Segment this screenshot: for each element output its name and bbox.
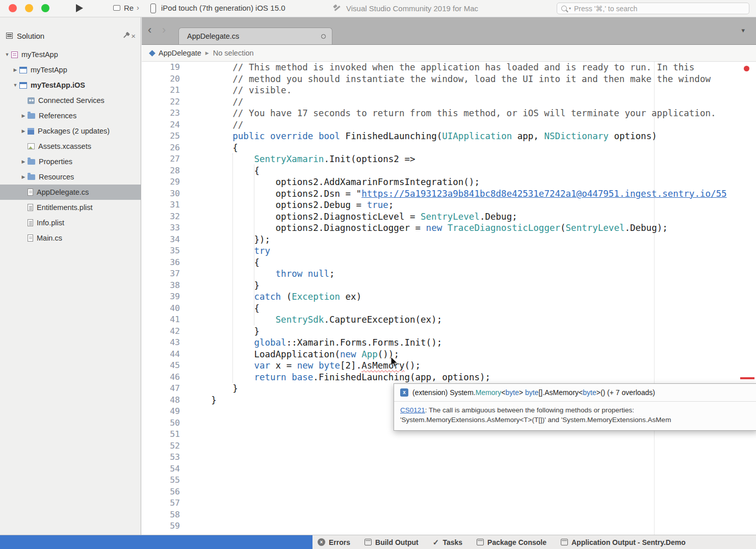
window-close-button[interactable] [9,4,17,12]
code-line-58[interactable]: 58 [142,509,756,521]
code-line-53[interactable]: 53 [142,452,756,463]
code-area[interactable]: 19 // This method is invoked when the ap… [142,62,756,535]
code-line-57[interactable]: 57 [142,498,756,509]
tree-item-properties[interactable]: ▶Properties [0,154,141,169]
line-number[interactable]: 24 [142,119,190,131]
line-number[interactable]: 43 [142,337,190,349]
code-line-44[interactable]: 44 LoadApplication(new App()); [142,349,756,360]
code-line-36[interactable]: 36 { [142,257,756,269]
device-selector[interactable]: iPod touch (7th generation) iOS 15.0 [161,4,285,12]
line-number[interactable]: 30 [142,188,190,200]
error-code-link[interactable]: CS0121 [400,406,425,414]
code-line-19[interactable]: 19 // This method is invoked when the ap… [142,62,756,73]
line-number[interactable]: 38 [142,280,190,292]
line-number[interactable]: 39 [142,291,190,303]
line-number[interactable]: 45 [142,360,190,372]
tree-item-connected-services[interactable]: Connected Services [0,93,141,108]
disclosure-right-icon[interactable]: ▶ [19,159,28,164]
code-line-42[interactable]: 42 } [142,326,756,337]
line-number[interactable]: 26 [142,142,190,154]
line-number[interactable]: 41 [142,314,190,326]
pad-button-errors[interactable]: ×Errors [318,538,350,546]
code-line-59[interactable]: 59 [142,520,756,532]
code-line-37[interactable]: 37 throw null; [142,268,756,280]
tab-modified-indicator[interactable] [321,34,326,39]
line-number[interactable]: 54 [142,463,190,475]
tree-item-info-plist[interactable]: Info.plist [0,215,141,230]
code-line-27[interactable]: 27 SentryXamarin.Init(options2 => [142,153,756,165]
line-number[interactable]: 27 [142,153,190,165]
code-line-25[interactable]: 25 public override bool FinishedLaunchin… [142,130,756,142]
tree-item-assets-xcassets[interactable]: Assets.xcassets [0,139,141,154]
line-number[interactable]: 19 [142,62,190,73]
code-line-56[interactable]: 56 [142,486,756,498]
tree-item-resources[interactable]: ▶Resources [0,169,141,185]
code-line-32[interactable]: 32 options2.DiagnosticLevel = SentryLeve… [142,211,756,223]
line-number[interactable]: 42 [142,326,190,337]
code-line-46[interactable]: 46 return base.FinishedLaunching(app, op… [142,372,756,383]
run-button[interactable] [76,4,83,12]
pad-button-application-output-sentry-demo[interactable]: Application Output - Sentry.Demo [561,538,686,546]
pad-button-package-console[interactable]: Package Console [477,538,546,546]
line-number[interactable]: 55 [142,475,190,486]
code-line-41[interactable]: 41 SentrySdk.CaptureException(ex); [142,314,756,326]
line-number[interactable]: 28 [142,165,190,177]
line-number[interactable]: 40 [142,303,190,315]
line-number[interactable]: 36 [142,257,190,269]
code-line-52[interactable]: 52 [142,440,756,452]
disclosure-right-icon[interactable]: ▶ [11,67,19,72]
code-line-26[interactable]: 26 { [142,142,756,154]
code-line-33[interactable]: 33 options2.DiagnosticLogger = new Trace… [142,222,756,234]
code-line-40[interactable]: 40 { [142,303,756,315]
code-line-38[interactable]: 38 } [142,280,756,292]
tree-item-entitlements-plist[interactable]: Entitlements.plist [0,200,141,215]
tree-item-appdelegate-cs[interactable]: AppDelegate.cs [0,185,141,200]
disclosure-right-icon[interactable]: ▶ [19,128,28,134]
tab-appdelegate[interactable]: AppDelegate.cs [178,28,332,44]
line-number[interactable]: 48 [142,395,190,406]
line-number[interactable]: 53 [142,452,190,463]
line-number[interactable]: 31 [142,199,190,211]
code-line-22[interactable]: 22 // [142,96,756,108]
search-input[interactable] [573,4,745,13]
line-number[interactable]: 22 [142,96,190,108]
code-line-29[interactable]: 29 options2.AddXamarinFormsIntegration()… [142,176,756,188]
line-number[interactable]: 46 [142,372,190,383]
line-number[interactable]: 49 [142,406,190,417]
window-minimize-button[interactable] [25,4,33,12]
line-number[interactable]: 44 [142,349,190,360]
window-zoom-button[interactable] [41,4,49,12]
code-line-31[interactable]: 31 options2.Debug = true; [142,199,756,211]
line-number[interactable]: 52 [142,440,190,452]
line-number[interactable]: 33 [142,222,190,234]
code-line-55[interactable]: 55 [142,475,756,486]
error-marker-line[interactable] [740,377,754,379]
line-number[interactable]: 51 [142,429,190,440]
disclosure-down-icon[interactable]: ▼ [3,52,11,57]
code-line-23[interactable]: 23 // You have 17 seconds to return from… [142,108,756,119]
code-line-20[interactable]: 20 // method you should instantiate the … [142,73,756,85]
code-line-28[interactable]: 28 { [142,165,756,177]
breadcrumb-class[interactable]: AppDelegate [159,49,201,57]
line-number[interactable]: 29 [142,176,190,188]
tree-item-mytestapp[interactable]: ▶myTestApp [0,62,141,77]
line-number[interactable]: 32 [142,211,190,223]
line-number[interactable]: 57 [142,498,190,509]
build-configuration-selector[interactable]: Re [124,4,134,12]
code-line-21[interactable]: 21 // visible. [142,85,756,96]
pad-button-build-output[interactable]: Build Output [364,538,419,546]
line-number[interactable]: 35 [142,245,190,257]
line-number[interactable]: 23 [142,108,190,119]
code-line-45[interactable]: 45 var x = new byte[2].AsMemory(); [142,360,756,372]
pad-button-tasks[interactable]: ✓Tasks [433,538,462,546]
line-number[interactable]: 50 [142,417,190,429]
tree-item-main-cs[interactable]: Main.cs [0,230,141,246]
tree-item-references[interactable]: ▶References [0,108,141,123]
line-number[interactable]: 37 [142,268,190,280]
line-number[interactable]: 21 [142,85,190,96]
code-line-24[interactable]: 24 // [142,119,756,131]
navigate-back-button[interactable]: ‹ [148,24,151,36]
line-number[interactable]: 20 [142,73,190,85]
disclosure-down-icon[interactable]: ▼ [11,83,19,88]
code-line-30[interactable]: 30 options2.Dsn = "https://5a193123a9b84… [142,188,756,200]
